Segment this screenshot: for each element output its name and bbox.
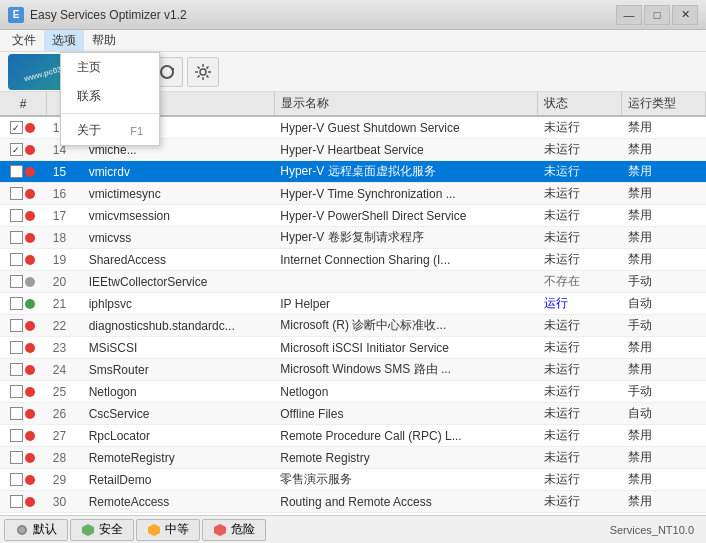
status-dot — [25, 167, 35, 177]
status-dot — [25, 387, 35, 397]
dropdown-menu: 主页 联系 关于 F1 — [60, 52, 160, 146]
row-check[interactable] — [0, 271, 47, 293]
checkbox[interactable] — [10, 297, 23, 310]
checkbox[interactable] — [10, 363, 23, 376]
row-check[interactable]: ✓ — [0, 139, 47, 161]
row-display: Routing and Remote Access — [274, 491, 538, 513]
table-row[interactable]: 31 SensorDataService Sensor Data Service… — [0, 513, 706, 516]
maximize-button[interactable]: □ — [644, 5, 670, 25]
row-runtype: 禁用 — [622, 116, 706, 139]
default-button[interactable]: 默认 — [4, 519, 68, 541]
row-status: 未运行 — [538, 161, 622, 183]
row-check[interactable] — [0, 337, 47, 359]
table-row[interactable]: 19 SharedAccess Internet Connection Shar… — [0, 249, 706, 271]
checkbox[interactable] — [10, 275, 23, 288]
row-display: Hyper-V PowerShell Direct Service — [274, 205, 538, 227]
table-row[interactable]: 22 diagnosticshub.standardc... Microsoft… — [0, 315, 706, 337]
status-dot — [25, 189, 35, 199]
checkbox[interactable] — [10, 451, 23, 464]
menu-options[interactable]: 选项 — [44, 30, 84, 51]
row-check[interactable] — [0, 513, 47, 516]
row-runtype: 禁用 — [622, 513, 706, 516]
row-service: RetailDemo — [83, 469, 275, 491]
row-check[interactable] — [0, 293, 47, 315]
row-check[interactable] — [0, 183, 47, 205]
row-check[interactable] — [0, 425, 47, 447]
table-row[interactable]: 28 RemoteRegistry Remote Registry 未运行 禁用 — [0, 447, 706, 469]
table-row[interactable]: 25 Netlogon Netlogon 未运行 手动 — [0, 381, 706, 403]
services-table: # 服务名 显示名称 状态 运行类型 ✓ 13 vmicsh... Hyper-… — [0, 92, 706, 515]
table-row[interactable]: 17 vmicvmsession Hyper-V PowerShell Dire… — [0, 205, 706, 227]
table-row[interactable]: 23 MSiSCSI Microsoft iSCSI Initiator Ser… — [0, 337, 706, 359]
table-row[interactable]: 27 RpcLocator Remote Procedure Call (RPC… — [0, 425, 706, 447]
close-button[interactable]: ✕ — [672, 5, 698, 25]
table-row[interactable]: 15 vmicrdv Hyper-V 远程桌面虚拟化服务 未运行 禁用 — [0, 161, 706, 183]
checkbox[interactable] — [10, 165, 23, 178]
dd-home[interactable]: 主页 — [61, 53, 159, 82]
danger-button[interactable]: 危险 — [202, 519, 266, 541]
row-display: Remote Procedure Call (RPC) L... — [274, 425, 538, 447]
menu-help[interactable]: 帮助 — [84, 30, 124, 51]
table-row[interactable]: 26 CscService Offline Files 未运行 自动 — [0, 403, 706, 425]
row-check[interactable] — [0, 447, 47, 469]
row-runtype: 禁用 — [622, 249, 706, 271]
table-row[interactable]: 30 RemoteAccess Routing and Remote Acces… — [0, 491, 706, 513]
table-container[interactable]: # 服务名 显示名称 状态 运行类型 ✓ 13 vmicsh... Hyper-… — [0, 92, 706, 515]
row-display: Netlogon — [274, 381, 538, 403]
row-num: 25 — [47, 381, 83, 403]
checkbox[interactable]: ✓ — [10, 121, 23, 134]
row-runtype: 禁用 — [622, 205, 706, 227]
checkbox[interactable] — [10, 385, 23, 398]
menu-file[interactable]: 文件 — [4, 30, 44, 51]
checkbox[interactable] — [10, 209, 23, 222]
col-header-runtype: 运行类型 — [622, 92, 706, 116]
medium-button[interactable]: 中等 — [136, 519, 200, 541]
table-row[interactable]: 29 RetailDemo 零售演示服务 未运行 禁用 — [0, 469, 706, 491]
row-num: 16 — [47, 183, 83, 205]
row-check[interactable] — [0, 227, 47, 249]
dd-contact[interactable]: 联系 — [61, 82, 159, 111]
table-row[interactable]: 16 vmictimesync Hyper-V Time Synchroniza… — [0, 183, 706, 205]
row-check[interactable] — [0, 381, 47, 403]
row-num: 29 — [47, 469, 83, 491]
row-check[interactable]: ✓ — [0, 116, 47, 139]
table-row[interactable]: 24 SmsRouter Microsoft Windows SMS 路由 ..… — [0, 359, 706, 381]
checkbox[interactable] — [10, 429, 23, 442]
checkbox[interactable] — [10, 187, 23, 200]
row-num: 15 — [47, 161, 83, 183]
row-check[interactable] — [0, 469, 47, 491]
row-check[interactable] — [0, 249, 47, 271]
medium-label: 中等 — [165, 521, 189, 538]
dd-about[interactable]: 关于 F1 — [61, 116, 159, 145]
table-row[interactable]: 18 vmicvss Hyper-V 卷影复制请求程序 未运行 禁用 — [0, 227, 706, 249]
checkbox[interactable] — [10, 495, 23, 508]
row-check[interactable] — [0, 491, 47, 513]
row-service: iphlpsvc — [83, 293, 275, 315]
row-check[interactable] — [0, 161, 47, 183]
status-dot — [25, 255, 35, 265]
checkbox[interactable] — [10, 407, 23, 420]
checkbox[interactable] — [10, 231, 23, 244]
row-check[interactable] — [0, 403, 47, 425]
checkbox[interactable] — [10, 473, 23, 486]
row-display: IP Helper — [274, 293, 538, 315]
safe-icon — [81, 523, 95, 537]
checkbox[interactable] — [10, 341, 23, 354]
row-num: 20 — [47, 271, 83, 293]
row-check[interactable] — [0, 359, 47, 381]
table-row[interactable]: 20 IEEtwCollectorService 不存在 手动 — [0, 271, 706, 293]
safe-button[interactable]: 安全 — [70, 519, 134, 541]
status-dot — [25, 365, 35, 375]
minimize-button[interactable]: — — [616, 5, 642, 25]
row-status: 未运行 — [538, 447, 622, 469]
checkbox[interactable] — [10, 319, 23, 332]
checkbox[interactable] — [10, 253, 23, 266]
settings-button[interactable] — [187, 57, 219, 87]
checkbox[interactable]: ✓ — [10, 143, 23, 156]
table-row[interactable]: 21 iphlpsvc IP Helper 运行 自动 — [0, 293, 706, 315]
row-runtype: 手动 — [622, 315, 706, 337]
row-num: 22 — [47, 315, 83, 337]
row-check[interactable] — [0, 205, 47, 227]
row-status: 未运行 — [538, 403, 622, 425]
row-check[interactable] — [0, 315, 47, 337]
